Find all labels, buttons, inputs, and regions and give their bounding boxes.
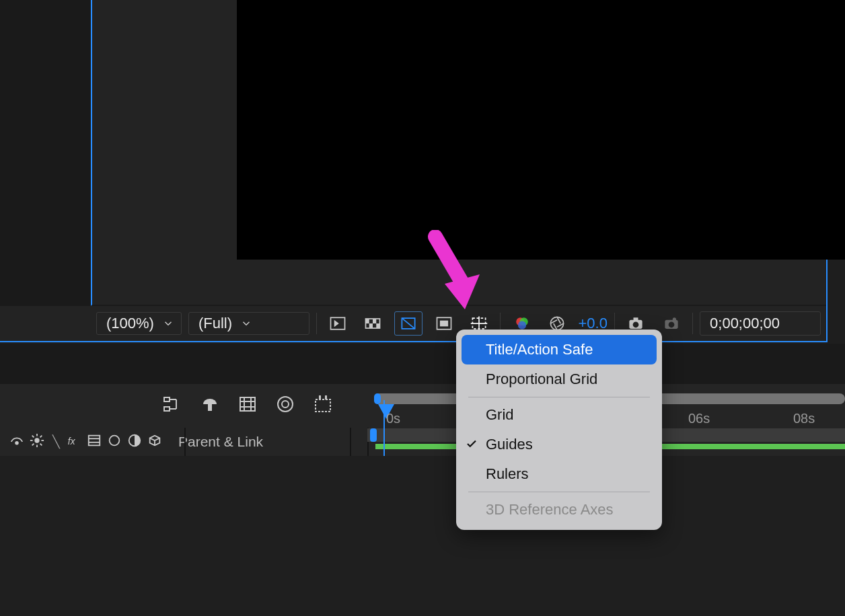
menu-item-label: 3D Reference Axes [486, 501, 614, 518]
svg-text:fx: fx [68, 436, 76, 447]
check-icon [466, 438, 478, 450]
3d-icon[interactable] [147, 433, 162, 451]
svg-rect-3 [373, 319, 376, 323]
svg-rect-31 [319, 395, 321, 399]
svg-point-29 [282, 401, 289, 408]
tick-label: 0s [386, 411, 400, 426]
composition-viewport-frame [91, 0, 826, 306]
timeline-header-icons [161, 393, 334, 418]
filmstrip-icon[interactable] [237, 393, 258, 418]
svg-rect-44 [89, 436, 100, 446]
toolbar-separator [692, 313, 693, 334]
adjustment-icon[interactable] [127, 433, 142, 451]
fast-preview-icon [328, 314, 347, 333]
svg-rect-17 [634, 317, 638, 320]
chevron-down-icon [162, 317, 174, 330]
menu-item-3d-reference-axes: 3D Reference Axes [456, 495, 662, 525]
svg-point-34 [34, 438, 39, 442]
svg-point-20 [673, 317, 676, 321]
zoom-dropdown[interactable]: (100%) [96, 312, 182, 335]
shy-icon[interactable] [9, 433, 24, 451]
menu-separator [468, 397, 650, 397]
menu-item-grid[interactable]: Grid [456, 400, 662, 430]
parent-link-header[interactable]: Parent & Link [178, 434, 263, 450]
timeline-body[interactable] [0, 456, 845, 616]
motion-blur-small-icon[interactable] [107, 433, 122, 451]
menu-item-label: Rulers [486, 465, 529, 483]
work-area-handle-left[interactable] [370, 428, 377, 442]
svg-rect-30 [316, 399, 330, 412]
timeline-header: 0s 06s 08s [0, 384, 845, 428]
composition-side-gutter [0, 0, 91, 306]
menu-item-title-action-safe[interactable]: Title/Action Safe [462, 335, 657, 364]
timecode-value: 0;00;00;00 [710, 315, 780, 332]
fast-preview-button[interactable] [324, 311, 353, 336]
svg-rect-22 [208, 404, 212, 411]
svg-rect-8 [439, 321, 447, 327]
svg-rect-4 [369, 323, 373, 328]
svg-line-40 [40, 444, 42, 446]
svg-line-39 [32, 436, 34, 438]
tick-label: 08s [793, 411, 815, 426]
svg-rect-32 [325, 395, 327, 399]
mushroom-icon[interactable] [199, 393, 221, 418]
comp-settings-icon[interactable] [312, 393, 334, 418]
zoom-value: (100%) [106, 315, 154, 332]
menu-item-label: Title/Action Safe [486, 341, 593, 358]
svg-point-33 [15, 441, 19, 445]
menu-item-guides[interactable]: Guides [456, 430, 662, 459]
composition-canvas[interactable] [237, 0, 845, 260]
region-of-interest-icon [435, 314, 453, 333]
resolution-value: (Full) [198, 315, 232, 332]
motion-blur-icon[interactable] [274, 393, 296, 418]
svg-point-21 [668, 321, 674, 328]
fx-icon[interactable]: fx [67, 433, 81, 451]
svg-point-15 [551, 317, 564, 330]
sun-fx-icon[interactable] [30, 433, 44, 451]
svg-point-47 [110, 436, 120, 446]
column-divider[interactable] [350, 428, 351, 456]
timeline-tabbar [0, 344, 845, 384]
menu-item-proportional-grid[interactable]: Proportional Grid [456, 364, 662, 394]
region-of-interest-button[interactable] [429, 311, 458, 336]
navigator-handle-left[interactable] [374, 393, 381, 404]
column-divider[interactable] [184, 428, 186, 456]
svg-rect-2 [366, 319, 369, 323]
svg-point-28 [278, 397, 293, 412]
menu-separator [468, 492, 650, 492]
composition-side-gutter-bottom [0, 306, 91, 341]
transparency-grid-button[interactable] [359, 311, 388, 336]
composition-panel: (100%) (Full) [0, 0, 828, 342]
mask-roi-button[interactable] [394, 311, 423, 336]
filmstrip-small-icon[interactable] [87, 433, 102, 451]
timeline-panel: 0s 06s 08s ╲ fx Parent & Link [0, 344, 845, 616]
svg-rect-23 [240, 397, 255, 411]
show-snapshot-button[interactable] [657, 311, 686, 336]
svg-line-41 [32, 444, 34, 446]
grid-guides-menu[interactable]: Title/Action Safe Proportional Grid Grid… [456, 330, 662, 530]
svg-point-14 [518, 321, 526, 330]
column-gap: ╲ [52, 434, 59, 449]
menu-item-rulers[interactable]: Rulers [456, 459, 662, 489]
tick-label: 06s [688, 411, 710, 426]
svg-point-18 [633, 321, 639, 328]
resolution-dropdown[interactable]: (Full) [188, 312, 309, 335]
menu-item-label: Guides [486, 436, 533, 453]
svg-line-42 [40, 436, 42, 438]
menu-item-label: Proportional Grid [486, 371, 597, 388]
timecode-field[interactable]: 0;00;00;00 [700, 311, 821, 336]
camera-icon [662, 314, 681, 333]
column-switch-icons: ╲ fx [9, 433, 162, 451]
mask-roi-icon [399, 314, 418, 333]
graph-editor-icon[interactable] [161, 393, 183, 418]
transparency-grid-icon [363, 314, 382, 333]
chevron-down-icon [240, 317, 252, 330]
app-root: (100%) (Full) [0, 0, 845, 616]
menu-item-label: Grid [486, 406, 514, 424]
toolbar-separator [316, 313, 317, 334]
svg-rect-5 [377, 323, 380, 328]
